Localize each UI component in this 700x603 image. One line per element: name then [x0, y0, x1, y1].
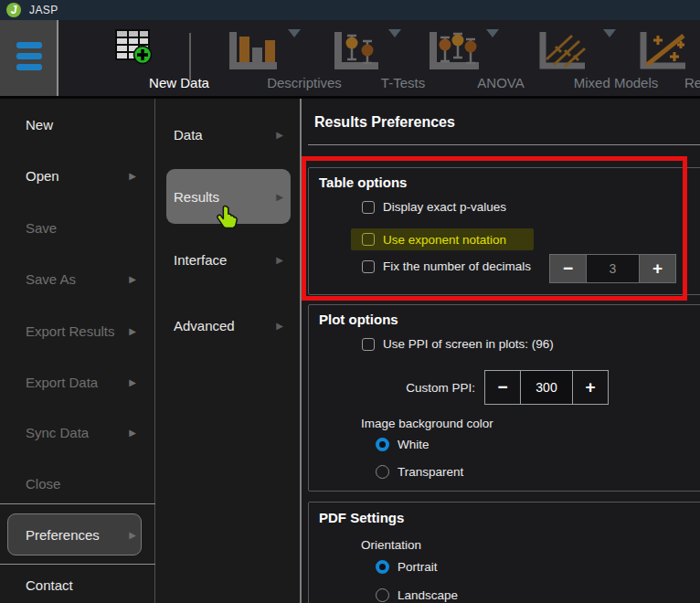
- display-exact-pvalues-checkbox[interactable]: [362, 201, 375, 214]
- landscape-radio[interactable]: [376, 588, 389, 602]
- menu-item-export-data-label: Export Data: [26, 375, 98, 390]
- ribbon: New Data Descriptives: [0, 20, 700, 99]
- title-bar: J JASP: [0, 0, 700, 20]
- transparent-radio-label: Transparent: [398, 465, 463, 479]
- file-menu: New Open ▶ Save Save As ▶ Export Results…: [0, 99, 155, 603]
- fix-decimals-checkbox[interactable]: [362, 260, 375, 273]
- plot-options-heading: Plot options: [319, 312, 398, 327]
- ribbon-separator: [189, 33, 191, 80]
- portrait-radio-label: Portrait: [398, 560, 438, 574]
- hamburger-menu-button[interactable]: [0, 20, 58, 96]
- menu-item-close-label: Close: [26, 476, 60, 492]
- menu-item-save-as[interactable]: Save As ▶: [0, 265, 154, 292]
- portrait-radio-selected[interactable]: [376, 560, 389, 574]
- submenu-arrow-icon: ▶: [276, 192, 283, 202]
- window-title: JASP: [29, 4, 58, 16]
- submenu-item-results-label: Results: [174, 189, 219, 205]
- submenu-arrow-icon: ▶: [129, 274, 136, 284]
- submenu-arrow-icon: ▶: [276, 255, 283, 265]
- anova-icon: [428, 28, 483, 76]
- menu-item-contact-label: Contact: [26, 577, 73, 593]
- jasp-logo-icon: J: [6, 3, 21, 17]
- table-options-heading: Table options: [319, 175, 407, 190]
- use-ppi-label: Use PPI of screen in plots: (96): [383, 337, 554, 351]
- transparent-radio-row: Transparent: [376, 465, 463, 479]
- display-exact-pvalues-row: Display exact p-values: [362, 200, 506, 214]
- transparent-radio[interactable]: [376, 465, 389, 479]
- custom-ppi-label: Custom PPI:: [404, 381, 475, 395]
- t-tests-icon: [333, 28, 382, 76]
- portrait-radio-row: Portrait: [376, 560, 438, 574]
- white-radio-row: White: [376, 438, 430, 451]
- image-background-color-label: Image background color: [361, 417, 493, 430]
- dropdown-arrow-icon: [288, 29, 301, 37]
- decimals-increase-button[interactable]: +: [640, 255, 675, 282]
- dropdown-arrow-icon: [486, 29, 499, 37]
- ribbon-t-tests[interactable]: T-Tests: [312, 20, 403, 96]
- submenu-item-interface[interactable]: Interface ▶: [156, 246, 300, 273]
- landscape-radio-label: Landscape: [398, 588, 458, 602]
- menu-item-preferences[interactable]: Preferences ▶: [0, 521, 154, 548]
- submenu-arrow-icon: ▶: [129, 326, 136, 336]
- custom-ppi-decrease-button[interactable]: −: [485, 371, 520, 404]
- use-exponent-notation-row-highlighted: Use exponent notation: [351, 228, 534, 250]
- preferences-submenu: Data ▶ Results ▶ Interface ▶ Advanced ▶: [156, 99, 302, 603]
- panel-title: Results Preferences: [314, 114, 455, 131]
- hamburger-bar-icon: [16, 53, 42, 59]
- decimals-value[interactable]: 3: [586, 255, 640, 282]
- use-ppi-row: Use PPI of screen in plots: (96): [362, 337, 554, 351]
- menu-item-close[interactable]: Close: [0, 470, 154, 497]
- ribbon-descriptives[interactable]: Descriptives: [204, 20, 304, 96]
- ribbon-new-data[interactable]: New Data: [88, 20, 179, 96]
- hamburger-bar-icon: [16, 42, 42, 48]
- ribbon-regression[interactable]: Regression: [629, 20, 700, 96]
- submenu-item-results[interactable]: Results ▶: [156, 183, 300, 210]
- fix-decimals-row: Fix the number of decimals: [362, 259, 531, 273]
- menu-item-save-label: Save: [26, 220, 57, 236]
- submenu-arrow-icon: ▶: [129, 377, 136, 387]
- menu-item-save-as-label: Save As: [26, 271, 76, 287]
- menu-divider: [0, 564, 155, 565]
- results-preferences-panel: Results Preferences Table options Displa…: [303, 99, 700, 603]
- title-underline: [308, 144, 700, 145]
- ribbon-regression-label: Regression: [679, 75, 700, 90]
- menu-item-new[interactable]: New: [0, 111, 154, 138]
- use-ppi-checkbox[interactable]: [362, 338, 375, 351]
- fix-decimals-label: Fix the number of decimals: [383, 259, 531, 273]
- new-data-table-icon: [113, 28, 154, 70]
- submenu-item-data[interactable]: Data ▶: [156, 121, 300, 148]
- pdf-settings-heading: PDF Settings: [319, 510, 404, 525]
- hamburger-bar-icon: [16, 64, 42, 70]
- menu-divider: [0, 503, 155, 504]
- white-radio-selected[interactable]: [376, 438, 389, 451]
- decimals-decrease-button[interactable]: −: [550, 255, 586, 282]
- use-exponent-notation-checkbox[interactable]: [362, 233, 375, 246]
- submenu-arrow-icon: ▶: [129, 171, 136, 181]
- descriptives-bar-chart-icon: [228, 28, 281, 76]
- dropdown-arrow-icon: [603, 29, 616, 37]
- mixed-models-icon: [537, 28, 589, 76]
- submenu-arrow-icon: ▶: [129, 428, 136, 438]
- decimals-stepper: − 3 +: [549, 254, 676, 283]
- menu-item-sync-data[interactable]: Sync Data ▶: [0, 418, 154, 446]
- jasp-window: J JASP New D: [0, 0, 700, 603]
- menu-item-export-data[interactable]: Export Data ▶: [0, 368, 154, 396]
- menu-item-contact[interactable]: Contact: [0, 571, 154, 598]
- submenu-item-advanced[interactable]: Advanced ▶: [156, 312, 300, 339]
- submenu-arrow-icon: ▶: [276, 321, 283, 331]
- regression-icon: [638, 28, 689, 76]
- menu-item-open[interactable]: Open ▶: [0, 162, 154, 189]
- menu-item-export-results[interactable]: Export Results ▶: [0, 317, 154, 344]
- submenu-item-interface-label: Interface: [174, 252, 227, 268]
- display-exact-pvalues-label: Display exact p-values: [383, 200, 506, 214]
- custom-ppi-increase-button[interactable]: +: [573, 371, 608, 404]
- dropdown-arrow-icon: [388, 29, 401, 37]
- ribbon-anova[interactable]: ANOVA: [409, 20, 501, 96]
- menu-item-sync-data-label: Sync Data: [26, 425, 89, 440]
- custom-ppi-value[interactable]: 300: [520, 371, 573, 404]
- menu-item-save[interactable]: Save: [0, 214, 154, 241]
- submenu-item-data-label: Data: [174, 127, 203, 143]
- menu-item-preferences-label: Preferences: [26, 527, 100, 543]
- ribbon-mixed-models[interactable]: Mixed Models: [510, 20, 616, 96]
- white-radio-label: White: [398, 438, 430, 451]
